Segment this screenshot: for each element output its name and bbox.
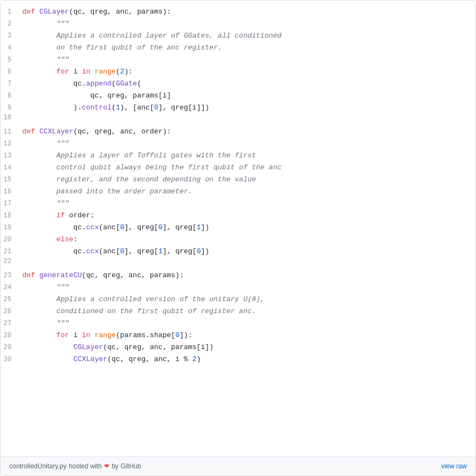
table-row: 18 if order: xyxy=(1,210,475,222)
line-number: 1 xyxy=(1,8,22,16)
table-row: 12 """ xyxy=(1,138,475,150)
line-content: CCXLayer(qc, qreg, anc, i % 2) xyxy=(22,353,201,365)
token-plain: ): xyxy=(124,68,133,76)
token-plain xyxy=(22,331,56,339)
table-row: 9 ).control(1), [anc[0], qreg[i]]) xyxy=(1,102,475,114)
line-content: if order: xyxy=(22,210,95,222)
table-row: 19 qc.ccx(anc[0], qreg[0], qreg[1]) xyxy=(1,222,475,234)
line-content: qc.append(GGate( xyxy=(22,78,141,90)
line-number: 18 xyxy=(1,212,22,219)
table-row: 11def CCXLayer(qc, qreg, anc, order): xyxy=(1,126,475,138)
github-text: GitHub xyxy=(121,462,141,470)
line-content: def CGLayer(qc, qreg, anc, params): xyxy=(22,6,171,18)
token-plain: qc. xyxy=(22,80,86,88)
line-content: for i in range(params.shape[0]): xyxy=(22,329,192,341)
line-number: 4 xyxy=(1,44,22,52)
token-cmt: """ xyxy=(56,20,69,28)
token-plain: : xyxy=(74,235,78,243)
table-row: 25 Applies a controlled version of the u… xyxy=(1,294,475,306)
code-body[interactable]: 1def CGLayer(qc, qreg, anc, params):2 ""… xyxy=(1,1,475,456)
token-plain: ]) xyxy=(201,223,210,231)
line-content: ).control(1), [anc[0], qreg[i]]) xyxy=(22,102,209,114)
token-num: 0 xyxy=(154,103,158,112)
token-fn: CCXLayer xyxy=(39,127,73,136)
line-content: Applies a controlled version of the unit… xyxy=(22,294,265,306)
view-raw-link[interactable]: view raw xyxy=(441,462,467,470)
token-cmt: conditioned on the first qubit of regist… xyxy=(22,307,256,315)
table-row: 27 """ xyxy=(1,318,475,329)
token-cmt: Applies a controlled version of the unit… xyxy=(22,295,265,303)
token-cmt: register, and the second depending on th… xyxy=(22,175,256,184)
token-cmt: """ xyxy=(56,139,69,148)
token-fn: CCXLayer xyxy=(74,355,107,363)
code-viewer: 1def CGLayer(qc, qreg, anc, params):2 ""… xyxy=(0,0,476,476)
token-plain: ], qreg[ xyxy=(163,223,197,231)
line-content: Applies a layer of Toffoli gates with th… xyxy=(22,150,256,162)
line-content: qc.ccx(anc[0], qreg[0], qreg[1]) xyxy=(22,222,209,234)
token-plain: qc. xyxy=(22,247,86,255)
table-row: 21 qc.ccx(anc[0], qreg[1], qreg[0]) xyxy=(1,246,475,258)
table-row: 6 for i in range(2): xyxy=(1,66,475,78)
token-plain: order: xyxy=(65,211,95,219)
line-content: else: xyxy=(22,234,77,246)
line-number: 9 xyxy=(1,104,22,112)
token-cmt: """ xyxy=(56,283,69,291)
token-plain: ], qreg[ xyxy=(163,247,197,255)
table-row: 10 xyxy=(1,114,475,126)
line-number: 16 xyxy=(1,188,22,196)
token-plain: qc, qreg, params[i] xyxy=(22,91,171,100)
line-content: passed into the order parameter. xyxy=(22,186,192,198)
table-row: 26 conditioned on the first qubit of reg… xyxy=(1,306,475,318)
token-kw: def xyxy=(22,127,39,136)
token-plain xyxy=(90,68,95,76)
line-number: 26 xyxy=(1,308,22,315)
line-number: 15 xyxy=(1,176,22,184)
token-kw: if xyxy=(56,211,65,219)
footer: controlledUnitary.py hosted with ❤ by Gi… xyxy=(1,456,475,475)
token-num: 0 xyxy=(175,331,180,339)
line-number: 20 xyxy=(1,236,22,243)
token-kw: else xyxy=(56,235,73,243)
line-number: 11 xyxy=(1,128,22,136)
line-number: 17 xyxy=(1,200,22,208)
line-content: CGLayer(qc, qreg, anc, params[i]) xyxy=(22,341,213,353)
token-kw: def xyxy=(22,271,39,279)
token-plain xyxy=(22,68,56,76)
token-fn: GGate xyxy=(116,80,137,88)
line-number: 23 xyxy=(1,272,22,279)
table-row: 22 xyxy=(1,258,475,270)
token-plain xyxy=(22,319,56,327)
token-plain: (qc, qreg, anc, params): xyxy=(69,8,171,16)
token-plain xyxy=(90,331,95,339)
token-fn: CGLayer xyxy=(39,8,69,16)
line-number: 28 xyxy=(1,332,22,339)
table-row: 15 register, and the second depending on… xyxy=(1,174,475,186)
token-plain: i xyxy=(69,331,82,339)
table-row: 7 qc.append(GGate( xyxy=(1,78,475,90)
table-row: 8 qc, qreg, params[i] xyxy=(1,90,475,102)
line-number: 12 xyxy=(1,140,22,148)
table-row: 14 control qubit always being the first … xyxy=(1,162,475,174)
line-number: 21 xyxy=(1,248,22,255)
line-number: 2 xyxy=(1,20,22,28)
table-row: 1def CGLayer(qc, qreg, anc, params): xyxy=(1,6,475,18)
token-method: append xyxy=(86,80,112,88)
line-number: 3 xyxy=(1,32,22,40)
token-plain: ]): xyxy=(180,331,192,339)
line-content: """ xyxy=(22,138,69,150)
token-num: 1 xyxy=(197,223,201,231)
table-row: 3 Applies a controlled layer of GGates, … xyxy=(1,30,475,42)
line-content: on the first qubit of the anc register. xyxy=(22,42,222,54)
line-content: qc.ccx(anc[0], qreg[1], qreg[0]) xyxy=(22,246,209,258)
token-plain xyxy=(22,343,74,351)
table-row: 29 CGLayer(qc, qreg, anc, params[i]) xyxy=(1,341,475,353)
line-content: def CCXLayer(qc, qreg, anc, order): xyxy=(22,126,171,138)
table-row: 20 else: xyxy=(1,234,475,246)
token-method: ccx xyxy=(86,247,99,255)
token-cmt: """ xyxy=(56,319,69,327)
token-plain: (anc[ xyxy=(99,247,120,255)
line-content: """ xyxy=(22,318,69,329)
token-kw: for xyxy=(56,331,69,339)
table-row: 30 CCXLayer(qc, qreg, anc, i % 2) xyxy=(1,353,475,365)
token-plain xyxy=(22,355,74,363)
